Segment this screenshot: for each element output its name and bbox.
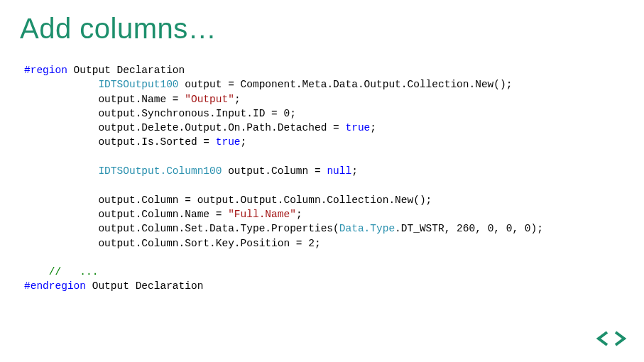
l2b: ; — [234, 94, 241, 105]
l9c: .DT_WSTR, 260, 0, 0, 0); — [395, 223, 543, 234]
slide-title: Add columns… — [20, 13, 624, 45]
l10: output.Column.Sort.Key.Position = 2; — [98, 238, 320, 249]
code-block: #region Output Declaration IDTSOutput100… — [24, 63, 624, 294]
l1a: output = Component.Meta.Data.Output.Coll… — [179, 79, 513, 90]
comment: // ... — [49, 266, 99, 278]
l2-str: "Output" — [185, 94, 234, 105]
l8a: output.Column.Name = — [98, 209, 228, 220]
l6a: output.Column = — [222, 165, 327, 177]
indent — [24, 223, 98, 234]
l4c: ; — [370, 122, 376, 133]
brand-logo-icon — [596, 329, 627, 348]
region-open-label: Output Declaration — [67, 65, 185, 76]
l3: output.Synchronous.Input.ID = 0; — [98, 108, 295, 119]
l4a: output.Delete.Output.On.Path.Detached = — [98, 122, 345, 133]
l7: output.Column = output.Output.Column.Col… — [98, 194, 432, 206]
slide-body: Add columns… #region Output Declaration … — [0, 0, 644, 362]
indent — [24, 209, 98, 220]
type-column: IDTSOutput.Column100 — [98, 165, 222, 177]
type-output: IDTSOutput100 — [98, 79, 178, 90]
l6b: null — [327, 165, 351, 177]
indent — [24, 122, 98, 133]
region-close-kw: #endregion — [24, 280, 86, 292]
l5b: true — [216, 136, 241, 148]
l4b: true — [345, 122, 370, 133]
l5c: ; — [241, 136, 247, 148]
indent — [24, 94, 98, 105]
region-open-kw: #region — [24, 65, 67, 76]
indent — [24, 238, 98, 249]
l6c: ; — [351, 165, 358, 177]
indent — [24, 165, 98, 177]
region-close-label: Output Declaration — [86, 280, 203, 292]
l8b: ; — [296, 209, 302, 220]
l9b: Data.Type — [339, 223, 395, 234]
l2a: output.Name = — [98, 94, 185, 105]
cmt-indent — [24, 266, 49, 278]
indent — [24, 79, 98, 90]
l9a: output.Column.Set.Data.Type.Properties( — [98, 223, 339, 234]
indent — [24, 194, 98, 206]
indent — [24, 136, 98, 148]
l5a: output.Is.Sorted = — [98, 136, 215, 148]
indent — [24, 108, 98, 119]
l8s: "Full.Name" — [228, 209, 296, 220]
